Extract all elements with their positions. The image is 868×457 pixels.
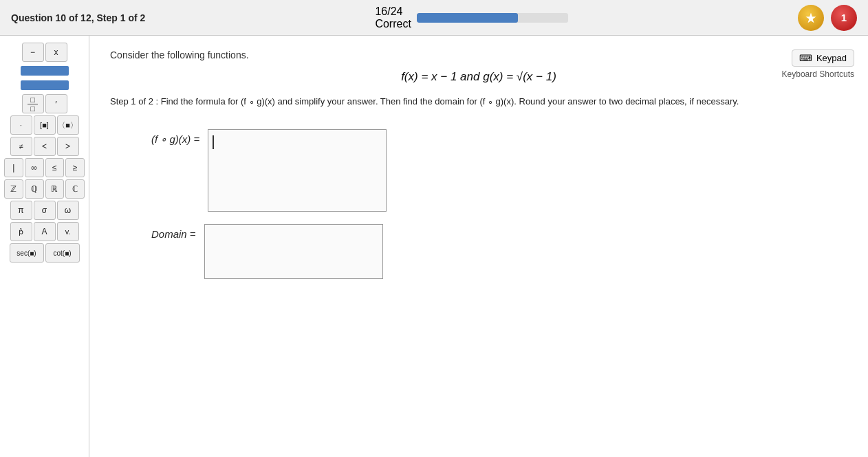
keypad-row-minus-x: − x: [4, 43, 85, 62]
composition-label: (f ∘ g)(x) =: [151, 129, 199, 146]
keypad-row-compare: ≠ < >: [4, 137, 85, 156]
fraction-label: 16/24 Correct: [375, 5, 411, 30]
text-cursor: [213, 135, 214, 149]
question-intro: Consider the following functions.: [110, 49, 847, 60]
keypad-row-greek: π σ ω: [4, 201, 85, 220]
composition-input-box[interactable]: [208, 129, 387, 212]
keypad-row-inf: | ∞ ≤ ≥: [4, 158, 85, 177]
keypad-row-icons: · [■] 〈■〉: [4, 115, 85, 135]
keyboard-shortcuts-link[interactable]: Keyboard Shortcuts: [782, 69, 854, 79]
left-keypad-panel: − x □□ ′ · [■] 〈■〉 ≠ < > |: [0, 36, 89, 457]
neq-button[interactable]: ≠: [10, 137, 32, 156]
domain-label: Domain =: [151, 224, 196, 240]
keypad-row-stats: p̂ A v.: [4, 222, 85, 241]
domain-row: Domain =: [151, 224, 847, 279]
cot-button[interactable]: cot(■): [45, 243, 80, 263]
sec-button[interactable]: sec(■): [10, 243, 44, 263]
question-label: Question 10 of 12, Step 1 of 2: [11, 12, 145, 23]
keypad-row-frac: □□ ′: [4, 94, 85, 113]
angle-button[interactable]: 〈■〉: [57, 115, 79, 135]
matrix-button[interactable]: [■]: [34, 115, 56, 135]
keypad-row-sets: ℤ ℚ ℝ ℂ: [4, 179, 85, 199]
leq-button[interactable]: ≤: [45, 158, 65, 177]
content-area: ⌨ Keypad Keyboard Shortcuts Consider the…: [89, 36, 868, 457]
gt-button[interactable]: >: [57, 137, 79, 156]
composition-row: (f ∘ g)(x) =: [151, 129, 847, 212]
minus-button[interactable]: −: [22, 43, 44, 62]
top-bar-right: 1: [798, 5, 857, 31]
R-button[interactable]: ℝ: [45, 179, 65, 199]
dot-button[interactable]: ·: [10, 115, 32, 135]
pi-button[interactable]: π: [10, 201, 32, 220]
keypad-row-trig: sec(■) cot(■): [4, 243, 85, 263]
lt-button[interactable]: <: [34, 137, 56, 156]
answer-section: (f ∘ g)(x) = Domain =: [151, 129, 847, 279]
progress-wrapper: 16/24 Correct: [375, 5, 567, 30]
A-button[interactable]: A: [34, 222, 56, 241]
keypad-shortcuts-area: ⌨ Keypad Keyboard Shortcuts: [782, 49, 854, 79]
Z-button[interactable]: ℤ: [4, 179, 23, 199]
step-instruction: Step 1 of 2 : Find the formula for (f ∘ …: [110, 95, 847, 109]
formula-display: f(x) = x − 1 and g(x) = √(x − 1): [110, 70, 847, 84]
blue-bar-1: [21, 66, 69, 76]
gold-achievement-icon[interactable]: [798, 5, 824, 31]
top-bar: Question 10 of 12, Step 1 of 2 16/24 Cor…: [0, 0, 868, 36]
progress-bar-fill: [417, 13, 518, 23]
Q-button[interactable]: ℚ: [25, 179, 44, 199]
fraction-button[interactable]: □□: [22, 94, 44, 113]
domain-input-box[interactable]: [204, 224, 383, 279]
prime-button[interactable]: ′: [45, 94, 67, 113]
streak-counter-icon[interactable]: 1: [831, 5, 857, 31]
keypad-icon: ⌨: [799, 53, 812, 63]
progress-bar-background: [417, 13, 568, 23]
x-button[interactable]: x: [45, 43, 67, 62]
inf-button[interactable]: ∞: [25, 158, 44, 177]
main-container: − x □□ ′ · [■] 〈■〉 ≠ < > |: [0, 36, 868, 457]
omega-button[interactable]: ω: [57, 201, 79, 220]
geq-button[interactable]: ≥: [65, 158, 85, 177]
sigma-button[interactable]: σ: [34, 201, 56, 220]
pipe-button[interactable]: |: [4, 158, 23, 177]
keypad-button[interactable]: ⌨ Keypad: [792, 49, 854, 67]
C-button[interactable]: ℂ: [65, 179, 85, 199]
v-button[interactable]: v.: [57, 222, 79, 241]
progress-area: 16/24 Correct: [375, 5, 567, 30]
blue-bar-2: [21, 80, 69, 90]
phat-button[interactable]: p̂: [10, 222, 32, 241]
